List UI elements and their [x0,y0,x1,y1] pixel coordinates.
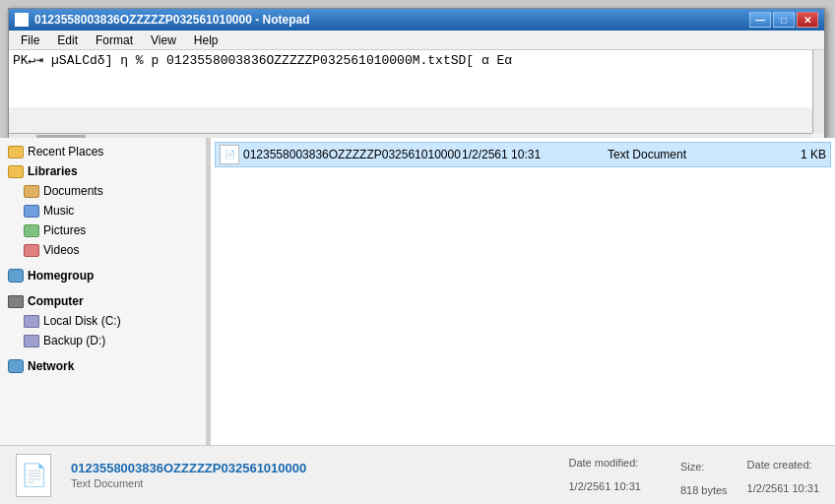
file-size: 1 KB [753,148,826,161]
homegroup-icon [8,269,24,283]
local-disk-icon [24,315,39,328]
status-date-modified-label: Date modified: 1/2/2561 10:31 [568,457,640,492]
libraries-icon [8,165,24,178]
sidebar-group-libraries[interactable]: Libraries [0,161,206,181]
explorer-main: 📄 0123558003836OZZZZZP032561010000 1/2/2… [211,138,835,445]
file-row[interactable]: 📄 0123558003836OZZZZZP032561010000 1/2/2… [215,142,831,167]
explorer-window: Recent Places Libraries Documents Music … [0,138,835,504]
status-date-modified-group: Date modified: 1/2/2561 10:31 [568,457,640,496]
menu-help[interactable]: Help [186,32,226,48]
videos-icon [24,244,39,257]
sidebar-label-videos: Videos [43,243,79,257]
notepad-titlebar: 0123558003836OZZZZZP032561010000 - Notep… [9,9,824,31]
computer-icon [8,295,24,308]
close-button[interactable]: ✕ [797,12,818,28]
notepad-window: 0123558003836OZZZZZP032561010000 - Notep… [8,8,825,146]
sidebar-label-music: Music [43,204,74,218]
music-icon [24,205,39,218]
network-icon [8,359,24,373]
notepad-content-area[interactable]: PK↵⇥ µSALCdδ] η % p 0123558003836OZZZZZP… [9,50,824,107]
sidebar-group-computer[interactable]: Computer [0,291,206,311]
menu-edit[interactable]: Edit [49,32,86,48]
notepad-title-text: 0123558003836OZZZZZP032561010000 - Notep… [34,13,310,27]
recent-places-icon [8,146,24,158]
sidebar-label-computer: Computer [28,294,84,308]
file-name: 0123558003836OZZZZZP032561010000 [243,148,462,161]
sidebar-item-local-disk[interactable]: Local Disk (C:) [0,311,206,331]
notepad-text-content: PK↵⇥ µSALCdδ] η % p 0123558003836OZZZZZP… [13,53,512,68]
file-icon: 📄 [220,145,239,164]
status-info: 0123558003836OZZZZZP032561010000 Text Do… [71,461,548,489]
sidebar-label-libraries: Libraries [28,164,78,178]
sidebar-label-backup: Backup (D:) [43,334,105,347]
pictures-icon [24,224,39,237]
status-filename: 0123558003836OZZZZZP032561010000 [71,461,548,475]
notepad-title-group: 0123558003836OZZZZZP032561010000 - Notep… [15,13,310,27]
status-file-glyph: 📄 [21,463,47,488]
backup-disk-icon [24,335,39,347]
sidebar-label-recent-places: Recent Places [28,145,103,158]
status-size-label: Size: 818 bytes [680,461,728,496]
status-type: Text Document [71,477,548,489]
status-size-group: Size: 818 bytes [680,461,728,496]
notepad-scrollbar-vertical[interactable] [812,50,824,133]
menu-format[interactable]: Format [88,32,141,48]
menu-view[interactable]: View [143,32,184,48]
sidebar-label-homegroup: Homegroup [28,269,94,283]
sidebar-item-backup[interactable]: Backup (D:) [0,331,206,350]
notepad-app-icon [15,13,29,27]
status-file-icon: 📄 [16,454,51,497]
menu-file[interactable]: File [13,32,47,48]
maximize-button[interactable]: □ [773,12,795,28]
documents-icon [24,185,39,198]
sidebar-group-homegroup[interactable]: Homegroup [0,266,206,285]
sidebar-label-documents: Documents [43,184,103,198]
file-date: 1/2/2561 10:31 [462,148,608,161]
sidebar-item-pictures[interactable]: Pictures [0,220,206,240]
explorer-status: 📄 0123558003836OZZZZZP032561010000 Text … [0,445,835,504]
minimize-button[interactable]: — [749,12,771,28]
notepad-menubar: File Edit Format View Help [9,31,824,50]
status-meta: Date modified: 1/2/2561 10:31 Size: 818 … [568,457,727,496]
status-date-created-group: Date created: 1/2/2561 10:31 [747,459,819,494]
sidebar-item-videos[interactable]: Videos [0,240,206,260]
sidebar-label-pictures: Pictures [43,223,86,237]
sidebar-label-network: Network [28,359,74,373]
sidebar-item-documents[interactable]: Documents [0,181,206,201]
explorer-body: Recent Places Libraries Documents Music … [0,138,835,445]
status-meta-created: Date created: 1/2/2561 10:31 [747,459,819,494]
sidebar-label-local-disk: Local Disk (C:) [43,314,121,328]
sidebar-item-recent-places[interactable]: Recent Places [0,142,206,161]
file-type: Text Document [608,148,753,161]
titlebar-controls: — □ ✕ [749,12,818,28]
explorer-sidebar: Recent Places Libraries Documents Music … [0,138,207,445]
sidebar-group-network[interactable]: Network [0,356,206,376]
status-date-created-label: Date created: 1/2/2561 10:31 [747,459,819,494]
sidebar-item-music[interactable]: Music [0,201,206,220]
